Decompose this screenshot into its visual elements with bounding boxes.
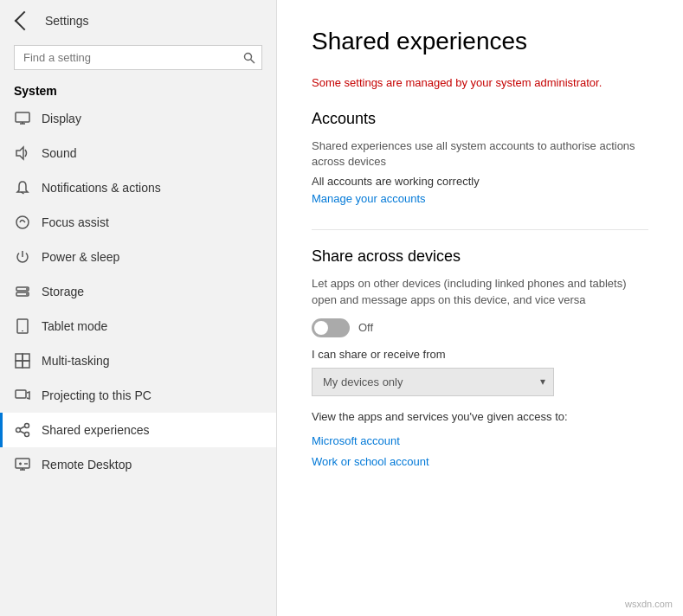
power-icon xyxy=(14,248,31,266)
display-icon xyxy=(14,110,31,127)
sidebar-item-shared[interactable]: Shared experiences xyxy=(0,413,276,447)
svg-point-10 xyxy=(26,288,28,290)
search-icon xyxy=(243,52,255,64)
search-icon-button[interactable] xyxy=(243,52,255,64)
notifications-icon xyxy=(14,179,31,196)
svg-line-22 xyxy=(21,427,25,429)
svg-point-30 xyxy=(26,463,28,465)
sidebar-title: Settings xyxy=(45,14,89,28)
svg-point-20 xyxy=(25,424,29,428)
back-button[interactable] xyxy=(14,10,35,31)
search-box xyxy=(14,45,262,70)
share-from-dropdown[interactable]: My devices only Everyone nearby xyxy=(312,368,554,396)
microsoft-account-link[interactable]: Microsoft account xyxy=(312,434,400,447)
svg-rect-2 xyxy=(16,112,29,122)
svg-point-29 xyxy=(24,463,26,465)
sidebar: Settings System Display xyxy=(0,0,277,616)
sidebar-item-shared-label: Shared experiences xyxy=(42,423,150,437)
share-heading: Share across devices xyxy=(312,247,648,266)
svg-rect-16 xyxy=(16,361,23,368)
sidebar-item-tablet[interactable]: Tablet mode xyxy=(0,309,276,343)
share-toggle-row: Off xyxy=(312,318,648,337)
projecting-icon xyxy=(14,387,31,404)
svg-point-19 xyxy=(16,428,21,433)
tablet-icon xyxy=(14,318,31,335)
admin-warning: Some settings are managed by your system… xyxy=(312,76,648,89)
back-arrow-icon xyxy=(15,11,35,31)
share-from-row: I can share or receive from My devices o… xyxy=(312,348,648,396)
sidebar-item-power-label: Power & sleep xyxy=(42,250,119,264)
svg-marker-5 xyxy=(16,147,23,159)
sidebar-item-storage-label: Storage xyxy=(42,285,84,298)
sidebar-item-multitasking[interactable]: Multi-tasking xyxy=(0,343,276,378)
sidebar-titlebar: Settings xyxy=(0,0,276,42)
share-toggle[interactable] xyxy=(312,318,350,337)
sidebar-item-remote-label: Remote Desktop xyxy=(42,458,132,472)
toggle-knob xyxy=(314,321,328,335)
sidebar-item-notifications-label: Notifications & actions xyxy=(42,181,161,195)
svg-line-23 xyxy=(21,432,25,434)
work-account-link[interactable]: Work or school account xyxy=(312,455,429,468)
sidebar-item-focus-label: Focus assist xyxy=(42,215,109,229)
remote-icon xyxy=(14,456,31,473)
sidebar-item-notifications[interactable]: Notifications & actions xyxy=(0,170,276,205)
svg-rect-15 xyxy=(23,354,29,361)
sidebar-item-tablet-label: Tablet mode xyxy=(42,319,107,333)
sidebar-item-projecting-label: Projecting to this PC xyxy=(42,388,151,402)
sidebar-item-power[interactable]: Power & sleep xyxy=(0,240,276,274)
share-from-label: I can share or receive from xyxy=(312,348,648,361)
search-input[interactable] xyxy=(14,45,262,70)
sidebar-item-sound[interactable]: Sound xyxy=(0,136,276,170)
sidebar-item-storage[interactable]: Storage xyxy=(0,274,276,309)
watermark: wsxdn.com xyxy=(625,599,673,609)
manage-accounts-link[interactable]: Manage your accounts xyxy=(312,192,426,205)
svg-rect-17 xyxy=(23,361,29,368)
svg-line-1 xyxy=(251,59,255,63)
sidebar-item-focus[interactable]: Focus assist xyxy=(0,205,276,240)
toggle-label: Off xyxy=(358,321,373,334)
svg-rect-18 xyxy=(16,390,26,398)
multitasking-icon xyxy=(14,352,31,369)
svg-point-7 xyxy=(16,216,29,228)
focus-icon xyxy=(14,214,31,231)
share-description: Let apps on other devices (including lin… xyxy=(312,276,648,307)
view-access-label: View the apps and services you've given … xyxy=(312,410,648,423)
section-divider-1 xyxy=(312,229,648,230)
page-title: Shared experiences xyxy=(312,28,648,55)
main-content: Shared experiences Some settings are man… xyxy=(277,0,683,616)
sidebar-item-projecting[interactable]: Projecting to this PC xyxy=(0,378,276,413)
sidebar-item-multitasking-label: Multi-tasking xyxy=(42,354,110,368)
svg-point-0 xyxy=(245,53,252,60)
dropdown-wrapper: My devices only Everyone nearby ▾ xyxy=(312,368,554,396)
accounts-heading: Accounts xyxy=(312,110,648,128)
sidebar-item-display[interactable]: Display xyxy=(0,101,276,136)
sidebar-section-label: System xyxy=(0,77,276,101)
sound-icon xyxy=(14,144,31,162)
svg-point-11 xyxy=(26,293,28,295)
sidebar-item-remote[interactable]: Remote Desktop xyxy=(0,447,276,482)
sidebar-item-display-label: Display xyxy=(42,112,81,125)
sidebar-item-sound-label: Sound xyxy=(42,146,76,160)
svg-point-21 xyxy=(25,433,29,437)
shared-icon xyxy=(14,421,31,439)
storage-icon xyxy=(14,283,31,300)
accounts-status: All accounts are working correctly xyxy=(312,175,648,188)
svg-rect-14 xyxy=(16,354,23,361)
accounts-description: Shared experiences use all system accoun… xyxy=(312,138,648,170)
